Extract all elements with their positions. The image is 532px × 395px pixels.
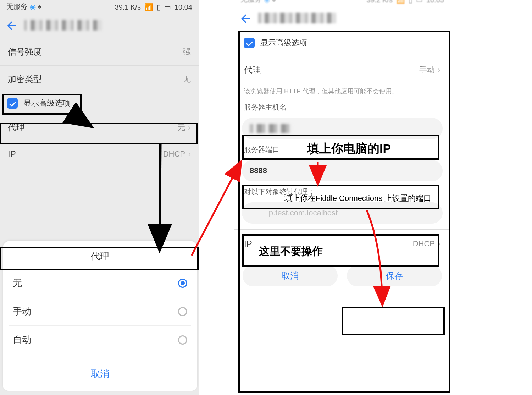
- row-proxy[interactable]: 代理 手动›: [234, 55, 450, 85]
- chevron-right-icon: ›: [188, 149, 191, 159]
- chevron-right-icon: ›: [438, 65, 440, 75]
- advanced-label: 显示高级选项: [260, 38, 307, 48]
- option-label: 手动: [13, 305, 31, 318]
- net-speed: 39.2 K/s: [367, 0, 393, 4]
- save-button[interactable]: 保存: [347, 265, 442, 286]
- battery-icon: ▭: [164, 3, 171, 11]
- bypass-input[interactable]: examp.test.com,localhost: [242, 202, 443, 224]
- row-label: IP: [244, 239, 252, 249]
- cancel-button[interactable]: 取消: [9, 361, 191, 387]
- no-service-text: 无服务: [240, 0, 262, 4]
- save-label: 保存: [386, 270, 403, 281]
- status-bar: 无服务 ◉ ♠ 39.1 K/s 📶 ▯ ▭ 10:04: [0, 0, 199, 12]
- option-manual[interactable]: 手动: [9, 297, 191, 326]
- net-speed: 39.1 K/s: [115, 3, 141, 11]
- row-show-advanced[interactable]: 显示高级选项: [234, 31, 450, 55]
- wifi-icon: 📶: [144, 3, 153, 11]
- option-label: 无: [13, 277, 22, 289]
- clock-text: 10:05: [426, 0, 444, 4]
- radio-selected-icon[interactable]: [178, 279, 187, 288]
- row-value: 无: [177, 122, 185, 133]
- port-input[interactable]: 8888: [242, 160, 443, 181]
- sheet-title: 代理: [9, 247, 191, 269]
- option-auto[interactable]: 自动: [9, 326, 191, 354]
- radio-icon[interactable]: [178, 307, 187, 316]
- bypass-placeholder: p.test.com,localhost: [269, 208, 338, 218]
- chevron-right-icon: ›: [438, 239, 440, 249]
- option-label: 自动: [13, 334, 31, 346]
- row-proxy[interactable]: 代理 无›: [0, 114, 199, 141]
- wifi-icon: 📶: [396, 0, 405, 4]
- row-value: 无: [183, 74, 191, 84]
- page-title-blurred: [24, 20, 102, 31]
- port-value: 8888: [250, 166, 267, 175]
- row-value: 强: [183, 46, 191, 57]
- row-label: 加密类型: [8, 73, 42, 85]
- row-signal-strength[interactable]: 信号强度 强: [0, 38, 199, 65]
- row-label: 代理: [244, 64, 261, 76]
- row-show-advanced[interactable]: 显示高级选项: [0, 93, 199, 114]
- cancel-label: 取消: [91, 368, 109, 379]
- checkbox-icon[interactable]: [7, 98, 18, 109]
- back-icon[interactable]: [6, 20, 17, 31]
- row-value: DHCP: [413, 239, 435, 248]
- sim-icon: ▯: [157, 3, 161, 11]
- status-bar: 无服务 ◉ ♠ 39.2 K/s 📶 ▯ ▭ 10:05: [234, 0, 450, 5]
- chevron-right-icon: ›: [188, 122, 191, 132]
- row-ip[interactable]: IP DHCP›: [234, 230, 450, 258]
- row-value: 手动: [419, 65, 435, 75]
- left-screenshot: 无服务 ◉ ♠ 39.1 K/s 📶 ▯ ▭ 10:04 信号强度 强 加密类型…: [0, 0, 199, 395]
- row-value: DHCP: [163, 149, 185, 159]
- cancel-button[interactable]: 取消: [243, 265, 338, 286]
- row-label: 代理: [8, 122, 25, 133]
- host-label: 服务器主机名: [234, 103, 450, 116]
- sim-icon: ▯: [409, 0, 412, 4]
- advanced-label: 显示高级选项: [23, 98, 70, 109]
- row-encryption-type[interactable]: 加密类型 无: [0, 66, 199, 93]
- right-screenshot: 无服务 ◉ ♠ 39.2 K/s 📶 ▯ ▭ 10:05 显示高级选项 代理 手…: [234, 0, 450, 395]
- bluetooth-icon: ◉: [30, 2, 36, 11]
- checkbox-icon[interactable]: [244, 38, 255, 48]
- port-label: 服务器端口: [234, 145, 450, 158]
- nav-back-row: [234, 5, 450, 31]
- nav-back-row: [0, 12, 199, 38]
- option-none[interactable]: 无: [9, 269, 191, 297]
- row-ip[interactable]: IP DHCP›: [0, 141, 199, 167]
- clock-text: 10:04: [174, 3, 192, 11]
- penguin-icon: ♠: [272, 0, 276, 4]
- battery-icon: ▭: [416, 0, 423, 4]
- row-label: IP: [8, 149, 16, 159]
- bypass-label: 对以下对象绕过代理：: [234, 187, 450, 200]
- row-label: 信号强度: [8, 46, 42, 57]
- penguin-icon: ♠: [38, 2, 42, 11]
- divider: [0, 167, 199, 167]
- radio-icon[interactable]: [178, 335, 187, 345]
- proxy-action-sheet: 代理 无 手动 自动 取消: [3, 241, 197, 391]
- no-service-text: 无服务: [6, 2, 28, 11]
- host-value-blurred: [250, 124, 292, 133]
- bluetooth-icon: ◉: [264, 0, 270, 4]
- cancel-label: 取消: [282, 270, 299, 281]
- proxy-hint-text: 该浏览器使用 HTTP 代理，但其他应用可能不会使用。: [234, 85, 450, 103]
- back-icon[interactable]: [240, 13, 251, 23]
- host-input[interactable]: [242, 118, 443, 139]
- page-title-blurred: [258, 13, 336, 23]
